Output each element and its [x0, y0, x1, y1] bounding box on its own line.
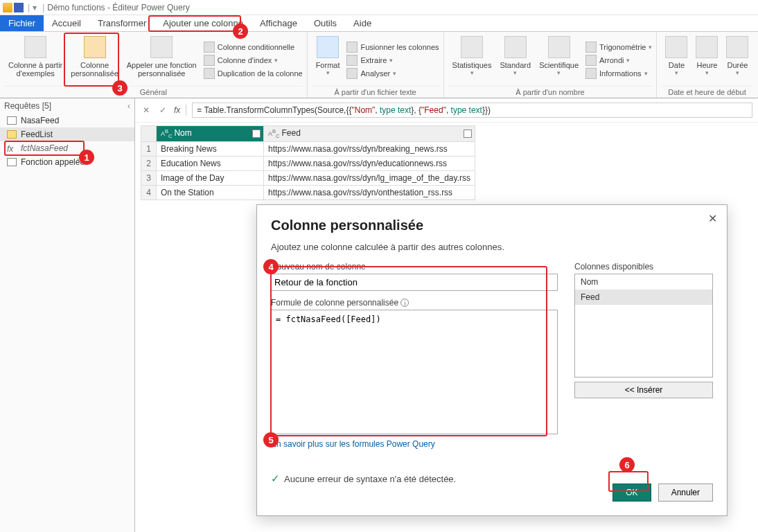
btn-invoke-function[interactable]: Appeler une fonction personnalisée [123, 35, 201, 86]
col-label: Nom [174, 128, 191, 138]
btn-information[interactable]: Informations▾ [585, 68, 652, 79]
row-num: 4 [141, 185, 157, 200]
table-row[interactable]: 2Education Newshttps://www.nasa.gov/rss/… [141, 156, 475, 170]
btn-format[interactable]: Format ▾ [312, 35, 344, 86]
cell-nom[interactable]: Education News [157, 156, 264, 170]
tab-accueil[interactable]: Accueil [44, 15, 89, 31]
col-header-nom[interactable]: ABCNom [157, 126, 264, 142]
group-label: Date et heure de début [661, 86, 752, 96]
btn-trigonometry[interactable]: Trigonométrie▾ [585, 42, 652, 53]
cancel-icon[interactable]: ✕ [141, 105, 152, 115]
query-feedlist[interactable]: FeedList [0, 127, 134, 141]
cell-nom[interactable]: Breaking News [157, 141, 264, 156]
label: Standard [500, 61, 531, 69]
fx-icon[interactable]: fx [174, 105, 180, 115]
cell-nom[interactable]: On the Station [157, 185, 264, 200]
trig-icon [585, 42, 597, 53]
btn-extract[interactable]: Extraire▾ [346, 55, 439, 66]
btn-statistics[interactable]: Statistiques▾ [448, 35, 496, 86]
query-fctnasafeed[interactable]: fxfctNasaFeed [0, 141, 134, 155]
label: Informations [599, 69, 642, 78]
dialog-buttons: OK Annuler [612, 484, 713, 502]
tab-aide[interactable]: Aide [345, 15, 380, 31]
btn-column-from-examples[interactable]: Colonne à partir d'exemples [4, 35, 67, 86]
label: Appeler une fonction personnalisée [127, 61, 197, 78]
insert-button[interactable]: << Insérer [574, 382, 713, 398]
cell-feed[interactable]: https://www.nasa.gov/rss/dyn/breaking_ne… [264, 141, 475, 156]
col-header-feed[interactable]: ABCFeed [264, 126, 475, 142]
tab-transformer[interactable]: Transformer [89, 15, 155, 31]
custom-column-dialog: ✕ Colonne personnalisée Ajoutez une colo… [256, 204, 728, 516]
title-bar: | ▾ | Démo functions - Éditeur Power Que… [0, 0, 758, 15]
ok-button[interactable]: OK [612, 484, 651, 502]
btn-index-column[interactable]: Colonne d'index▾ [204, 55, 303, 66]
filter-icon[interactable] [252, 130, 261, 138]
btn-standard[interactable]: Standard▾ [495, 35, 535, 86]
ribbon-tabs: Fichier Accueil Transformer Ajouter une … [0, 15, 758, 32]
group-datetime: Date▾ Heure▾ Durée▾ Date et heure de déb… [657, 32, 757, 98]
app-icon [3, 3, 12, 12]
dialog-right: Colonnes disponibles Nom Feed << Insérer [574, 262, 713, 449]
calendar-icon [665, 36, 687, 58]
tab-affichage[interactable]: Affichage [252, 15, 306, 31]
clock-icon [696, 36, 718, 58]
save-icon[interactable] [14, 3, 24, 12]
link-learn-more[interactable]: En savoir plus sur les formules Power Qu… [271, 439, 435, 449]
label: Extraire [360, 56, 387, 64]
table-fx-icon [84, 36, 106, 58]
data-table: ABCNom ABCFeed 1Breaking Newshttps://www… [141, 125, 475, 200]
corner-cell[interactable] [141, 126, 157, 142]
btn-rounding[interactable]: Arrondi▾ [585, 55, 652, 66]
cell-feed[interactable]: https://www.nasa.gov/rss/dyn/onthestatio… [264, 185, 475, 200]
separator: | [42, 3, 44, 12]
cell-feed[interactable]: https://www.nasa.gov/rss/dyn/lg_image_of… [264, 170, 475, 185]
btn-custom-column[interactable]: Colonne personnalisée [67, 35, 123, 86]
collapse-icon[interactable]: ‹ [127, 101, 130, 111]
tab-outils[interactable]: Outils [306, 15, 345, 31]
list-item[interactable]: Feed [575, 290, 712, 305]
tab-ajouter-colonne[interactable]: Ajouter une colonne [155, 15, 252, 31]
table-row[interactable]: 3Image of the Dayhttps://www.nasa.gov/rs… [141, 170, 475, 185]
btn-scientific[interactable]: Scientifique▾ [535, 35, 583, 86]
info-icon[interactable]: i [400, 299, 409, 307]
query-nasafeed[interactable]: NasaFeed [0, 114, 134, 127]
label-new-column-name: Nouveau nom de colonne [271, 262, 558, 272]
btn-conditional-column[interactable]: Colonne conditionnelle [204, 42, 303, 53]
label: Fonction appelée [21, 157, 85, 167]
table-row[interactable]: 1Breaking Newshttps://www.nasa.gov/rss/d… [141, 141, 475, 156]
btn-duration[interactable]: Durée▾ [722, 35, 752, 86]
col-label: Feed [281, 128, 300, 138]
btn-analyse[interactable]: Analyser▾ [346, 68, 439, 79]
btn-date[interactable]: Date▾ [661, 35, 691, 86]
textarea-formula[interactable] [271, 310, 558, 434]
group-label: Général [4, 86, 303, 96]
label: Colonne à partir d'exemples [8, 61, 62, 78]
dialog-title: Colonne personnalisée [271, 218, 713, 233]
cancel-button[interactable]: Annuler [658, 484, 713, 502]
confirm-icon[interactable]: ✓ [157, 105, 168, 115]
cell-nom[interactable]: Image of the Day [157, 170, 264, 185]
label: NasaFeed [21, 116, 59, 125]
tab-fichier[interactable]: Fichier [0, 15, 44, 31]
row-num: 2 [141, 156, 157, 170]
queries-header[interactable]: Requêtes [5] ‹ [0, 98, 134, 114]
query-fonction-appelee[interactable]: Fonction appelée [0, 155, 134, 169]
filter-icon[interactable] [464, 130, 472, 138]
formula-input[interactable]: = Table.TransformColumnTypes(Source,{{"N… [192, 103, 752, 118]
ribbon-body: Colonne à partir d'exemples Colonne pers… [0, 32, 758, 98]
close-icon[interactable]: ✕ [708, 212, 717, 225]
table-star-icon [24, 36, 46, 58]
btn-time[interactable]: Heure▾ [691, 35, 722, 86]
btn-merge-columns[interactable]: Fusionner les colonnes [346, 42, 439, 53]
table-row[interactable]: 4On the Stationhttps://www.nasa.gov/rss/… [141, 185, 475, 200]
btn-duplicate-column[interactable]: Duplication de la colonne [204, 68, 303, 79]
list-item[interactable]: Nom [575, 274, 712, 290]
group-label: À partir d'un fichier texte [312, 86, 439, 96]
dialog-left: Nouveau nom de colonne Formule de colonn… [271, 262, 558, 449]
analyse-icon [346, 68, 358, 79]
label: Colonne personnalisée [71, 61, 118, 78]
input-new-column-name[interactable] [271, 274, 558, 291]
cell-feed[interactable]: https://www.nasa.gov/rss/dyn/educationne… [264, 156, 475, 170]
queries-count: Requêtes [5] [4, 101, 51, 111]
dropdown-icon[interactable]: ▾ [33, 3, 37, 12]
